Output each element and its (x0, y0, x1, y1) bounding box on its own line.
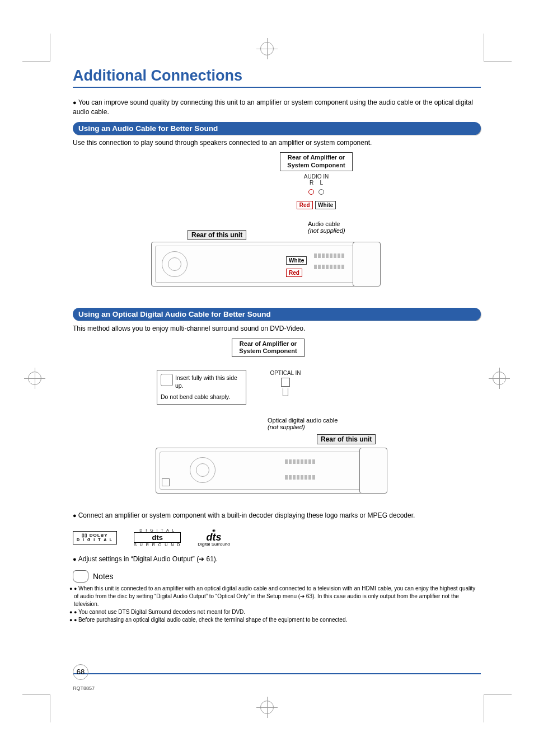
crop-mark (484, 694, 512, 722)
section2-desc: This method allows you to enjoy multi-ch… (73, 324, 481, 334)
registration-mark-icon (260, 42, 274, 55)
registration-mark-icon (28, 372, 41, 385)
page-number: 68 (73, 664, 88, 680)
note-item: You cannot use DTS Digital Surround deco… (74, 608, 481, 616)
optical-out-icon (162, 478, 170, 486)
diagram-audio-cable: Rear of Amplifier or System Component AU… (73, 152, 481, 298)
optical-cable-caption: Optical digital audio cable (not supplie… (268, 417, 338, 430)
port-row-icon (314, 253, 344, 258)
fan-icon (190, 457, 216, 483)
red-label: Red (297, 201, 313, 209)
aux-panel (353, 242, 381, 287)
rear-of-unit-label-2: Rear of this unit (317, 434, 376, 444)
notes-list: When this unit is connected to an amplif… (73, 585, 481, 624)
note-item: When this unit is connected to an amplif… (74, 585, 481, 608)
jack-white-icon (318, 189, 324, 195)
insert-note-box: Insert fully with this side up. Do not b… (157, 370, 246, 405)
footer-rule (73, 673, 481, 674)
port-row-icon (314, 265, 344, 269)
optical-in-block: OPTICAL IN (263, 370, 308, 397)
audio-in-label: AUDIO IN (285, 173, 347, 180)
rear-of-unit-label: Rear of this unit (188, 229, 246, 240)
rear-amp-label-2: Rear of Amplifier or System Component (232, 339, 305, 358)
crop-mark (484, 34, 512, 62)
optical-plug-icon (283, 388, 288, 396)
aux-panel (359, 448, 387, 494)
note-item: Before purchasing an optical digital aud… (74, 616, 481, 624)
white-jack-label: White (286, 256, 307, 265)
optical-port-icon (281, 378, 290, 387)
title-rule (73, 87, 481, 88)
registration-mark-icon (493, 372, 506, 385)
diagram-optical-cable: Rear of Amplifier or System Component In… (73, 339, 481, 501)
bend-text: Do not bend cable sharply. (161, 393, 242, 401)
white-label: White (315, 201, 336, 209)
rear-amp-label: Rear of Amplifier or System Component (280, 152, 353, 171)
audio-in-block: AUDIO IN R L Red White (285, 173, 347, 209)
section1-desc: Use this connection to play sound throug… (73, 138, 481, 148)
document-code: RQT8857 (73, 685, 95, 691)
notes-title: Notes (93, 572, 114, 581)
dts-surround-logo: D I G I T A L dts S U R R O U N D (134, 528, 181, 547)
dolby-digital-logo: ▯▯ DOLBY D I G I T A L (73, 531, 117, 544)
channel-r-label: R (310, 180, 313, 186)
section-heading-optical-cable: Using an Optical Digital Audio Cable for… (73, 308, 481, 321)
channel-l-label: L (320, 180, 323, 186)
section-heading-audio-cable: Using an Audio Cable for Better Sound (73, 122, 481, 135)
dts-digital-surround-logo: ◉ dts Digital Surround (198, 528, 229, 547)
page-title: Additional Connections (73, 67, 481, 84)
port-row-icon (285, 475, 315, 480)
audio-cable-caption: Audio cable (not supplied) (308, 220, 345, 234)
red-jack-label: Red (286, 269, 302, 277)
logo-row: ▯▯ DOLBY D I G I T A L D I G I T A L dts… (73, 528, 481, 547)
unit-rear-panel: White Red (151, 242, 375, 287)
port-row-icon (285, 459, 315, 464)
intro-bullet: You can improve sound quality by connect… (73, 98, 481, 118)
jack-red-icon (308, 189, 314, 195)
page-content: Additional Connections You can improve s… (73, 67, 481, 678)
decoder-bullet: Connect an amplifier or system component… (73, 511, 481, 520)
plug-icon (161, 374, 173, 386)
crop-mark (22, 694, 50, 722)
fan-icon (162, 251, 188, 277)
crop-mark (22, 34, 50, 62)
hand-notes-icon (73, 570, 88, 583)
adjust-bullet: Adjust settings in “Digital Audio Output… (73, 555, 481, 564)
notes-heading: Notes (73, 570, 481, 583)
registration-mark-icon (260, 701, 274, 714)
unit-rear-panel-2 (156, 448, 380, 494)
